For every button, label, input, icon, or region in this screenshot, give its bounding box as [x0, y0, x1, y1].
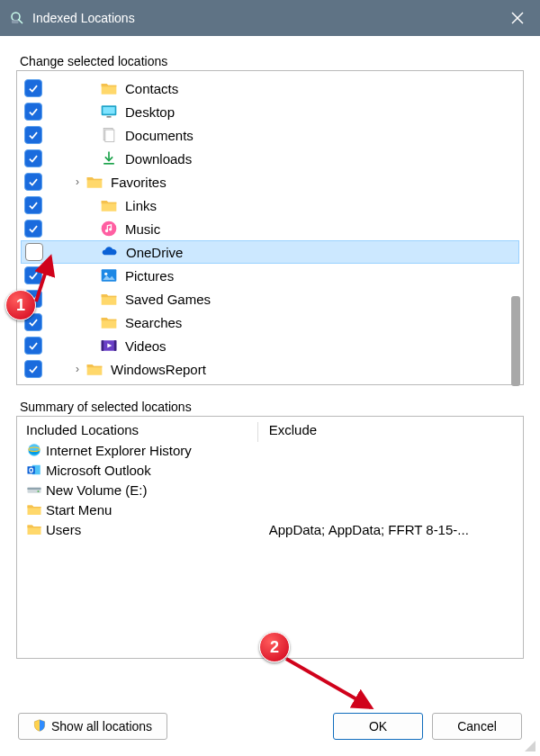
checkbox-checked[interactable] [24, 103, 42, 121]
folder-icon [86, 173, 104, 191]
svg-rect-2 [12, 20, 19, 23]
tree-row-label: Contacts [125, 81, 178, 96]
svg-rect-20 [102, 340, 104, 351]
included-label: New Volume (E:) [46, 482, 148, 498]
tree-row-label: Music [125, 221, 160, 237]
exclude-header: Exclude [269, 422, 514, 437]
included-row[interactable]: Start Menu [26, 500, 251, 519]
svg-point-14 [102, 221, 117, 237]
expander-icon[interactable]: › [71, 363, 84, 375]
checkbox-checked[interactable] [24, 173, 42, 191]
checkbox-checked[interactable] [24, 220, 42, 238]
outlook-icon [26, 462, 42, 478]
included-row[interactable]: Internet Explorer History [26, 440, 251, 460]
tree-row-label: Saved Games [125, 292, 211, 307]
tree-row-windowsreport[interactable]: ›WindowsReport [21, 357, 519, 381]
included-header: Included Locations [26, 422, 251, 437]
tree-row-label: WindowsReport [111, 362, 206, 377]
tree-row-label: Pictures [125, 268, 174, 284]
included-row[interactable]: Users [26, 519, 251, 539]
checkbox-checked[interactable] [24, 126, 42, 144]
ie-icon [26, 442, 42, 458]
included-label: Internet Explorer History [46, 443, 192, 458]
tree-row-pictures[interactable]: Pictures [21, 264, 519, 287]
included-row[interactable]: New Volume (E:) [26, 480, 251, 500]
tree-row-label: Desktop [125, 104, 175, 120]
callout-1-arrow [27, 252, 63, 306]
checkbox-checked[interactable] [24, 196, 42, 214]
checkbox-checked[interactable] [24, 337, 42, 355]
tree-row-downloads[interactable]: Downloads [21, 147, 519, 170]
shield-icon [33, 719, 46, 734]
exclude-row [269, 440, 514, 460]
tree-row-onedrive[interactable]: OneDrive [21, 240, 519, 264]
close-button[interactable] [495, 0, 540, 36]
svg-line-1 [19, 20, 23, 24]
checkbox-checked[interactable] [24, 79, 42, 97]
resize-grip[interactable] [522, 738, 536, 752]
download-icon [100, 149, 118, 167]
exclude-row [269, 460, 514, 480]
exclude-row: AppData; AppData; FFRT 8-15-... [269, 519, 514, 539]
svg-point-15 [105, 230, 108, 232]
tree-row-documents[interactable]: Documents [21, 123, 519, 147]
onedrive-icon [101, 243, 119, 261]
folder-icon [100, 196, 118, 214]
included-row[interactable]: Microsoft Outlook [26, 460, 251, 480]
tree-row-label: Videos [125, 338, 166, 354]
tree-row-contacts[interactable]: Contacts [21, 76, 519, 100]
checkbox-checked[interactable] [24, 149, 42, 167]
folder-icon [100, 313, 118, 331]
summary-label: Summary of selected locations [20, 400, 524, 414]
svg-rect-12 [105, 130, 114, 141]
svg-rect-7 [107, 116, 112, 118]
tree-row-label: Documents [125, 128, 194, 143]
folder-icon [26, 521, 42, 537]
tree-row-saved-games[interactable]: Saved Games [21, 287, 519, 310]
expander-icon[interactable]: › [71, 176, 84, 188]
show-all-label: Show all locations [51, 719, 152, 734]
tree-row-searches[interactable]: Searches [21, 310, 519, 334]
svg-point-18 [104, 273, 107, 275]
tree-row-label: Downloads [125, 151, 192, 166]
tree-row-label: Favorites [111, 175, 166, 190]
desktop-icon [100, 103, 118, 121]
tree-row-label: Searches [125, 315, 182, 330]
svg-rect-6 [103, 107, 114, 114]
folder-icon [100, 290, 118, 308]
music-icon [100, 220, 118, 238]
folder-icon [26, 501, 42, 518]
svg-line-30 [36, 257, 50, 302]
included-label: Start Menu [46, 502, 112, 518]
cancel-label: Cancel [457, 719, 497, 734]
tree-row-desktop[interactable]: Desktop [21, 100, 519, 123]
scrollbar-thumb[interactable] [511, 296, 520, 386]
pictures-icon [100, 266, 118, 284]
tree-row-favorites[interactable]: ›Favorites [21, 170, 519, 194]
app-icon [9, 10, 25, 26]
folder-icon [86, 360, 104, 378]
exclude-row [269, 480, 514, 500]
svg-rect-21 [114, 340, 116, 351]
change-locations-label: Change selected locations [20, 54, 524, 68]
tree-row-videos[interactable]: Videos [21, 334, 519, 357]
included-label: Users [46, 522, 81, 537]
tree-row-music[interactable]: Music [21, 217, 519, 240]
folder-icon [100, 79, 118, 97]
drive-icon [26, 482, 42, 498]
button-bar: Show all locations OK Cancel [0, 713, 540, 740]
included-label: Microsoft Outlook [46, 463, 151, 478]
show-all-locations-button[interactable]: Show all locations [18, 713, 167, 740]
videos-icon [100, 337, 118, 355]
locations-tree[interactable]: ContactsDesktopDocumentsDownloads›Favori… [16, 70, 524, 385]
tree-row-links[interactable]: Links [21, 194, 519, 217]
checkbox-checked[interactable] [24, 360, 42, 378]
svg-line-31 [286, 659, 371, 707]
exclude-text: AppData; AppData; FFRT 8-15-... [269, 522, 469, 537]
callout-2-arrow [281, 653, 389, 725]
summary-panel: Included Locations Internet Explorer His… [16, 416, 524, 659]
cancel-button[interactable]: Cancel [432, 713, 522, 740]
svg-point-29 [38, 490, 40, 492]
document-icon [100, 126, 118, 144]
svg-rect-28 [28, 488, 41, 490]
